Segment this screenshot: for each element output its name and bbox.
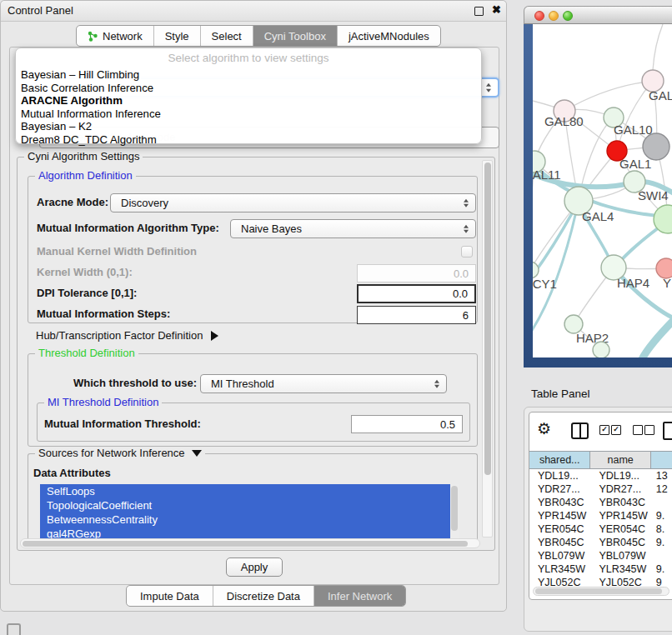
list-item[interactable]: TopologicalCoefficient — [40, 498, 459, 512]
table-row[interactable]: YBR043CYBR043C — [529, 496, 672, 509]
cyni-algorithm-settings-group: Cyni Algorithm Settings Algorithm Defini… — [17, 157, 495, 551]
table-settings-gear-icon[interactable]: ⚙ — [537, 419, 551, 438]
expander-arrow-icon — [211, 331, 218, 341]
settings-horizontal-scrollbar[interactable] — [20, 538, 480, 548]
dropdown-item[interactable]: Basic Correlation Inference — [19, 82, 478, 95]
group-title: MI Threshold Definition — [44, 396, 162, 409]
settings-vertical-scrollbar[interactable] — [482, 160, 493, 538]
cyni-bottom-tabbar: Impute Data Discretize Data Infer Networ… — [126, 585, 406, 607]
close-icon[interactable]: ✖ — [492, 3, 501, 16]
network-node-label: Y — [663, 276, 671, 290]
control-panel-titlebar: Control Panel ✖ — [1, 1, 506, 22]
dropdown-item[interactable]: Bayesian – Hill Climbing — [19, 68, 478, 82]
network-icon — [88, 31, 98, 42]
mi-steps-field[interactable] — [357, 306, 476, 324]
column-header-cut[interactable] — [651, 452, 672, 468]
table-row[interactable]: YDL19...YDL19...13 — [529, 469, 672, 482]
table-cell: YBR045C — [529, 536, 590, 549]
hub-factor-expander[interactable]: Hub/Transcription Factor Definition — [36, 329, 218, 342]
table-rows: YDL19...YDL19...13YDR27...YDR27...12YBR0… — [529, 469, 672, 587]
close-traffic-icon[interactable] — [534, 11, 544, 21]
network-node-label: GCY1 — [533, 277, 557, 291]
manual-kernel-width-checkbox[interactable] — [461, 246, 473, 258]
group-title: Cyni Algorithm Settings — [24, 150, 143, 163]
tab-label: Discretize Data — [227, 590, 300, 602]
table-row[interactable]: YBR045CYBR045C9. — [529, 536, 672, 549]
network-node[interactable] — [593, 342, 609, 358]
algorithm-dropdown-popup: Select algorithm to view settings Bayesi… — [15, 48, 482, 144]
which-threshold-combobox[interactable]: MI Threshold — [200, 374, 447, 393]
column-document-icon[interactable] — [663, 422, 672, 440]
group-title: Algorithm Definition — [35, 169, 136, 182]
tab-select[interactable]: Select — [200, 26, 253, 46]
table-row[interactable]: YPR145WYPR145W9. — [529, 509, 672, 522]
which-threshold-label: Which threshold to use: — [73, 374, 197, 392]
table-row[interactable]: YER054CYER054C8. — [529, 522, 672, 536]
network-node-label: GAL4 — [582, 209, 614, 223]
table-cell: 9. — [651, 562, 672, 576]
data-attributes-list[interactable]: SelfLoops TopologicalCoefficient Between… — [40, 484, 459, 542]
control-panel-title: Control Panel — [8, 1, 73, 21]
select-all-icon[interactable]: ✓ — [599, 425, 609, 435]
mi-threshold-field[interactable] — [351, 415, 463, 433]
tab-label: Select — [212, 30, 242, 42]
aracne-mode-combobox[interactable]: Discovery — [110, 193, 476, 212]
dropdown-item[interactable]: Bayesian – K2 — [19, 120, 478, 133]
split-columns-icon[interactable] — [571, 422, 589, 439]
table-row[interactable]: YLR345WYLR345W9. — [529, 562, 672, 576]
table-cell: 9. — [651, 509, 672, 522]
tab-style[interactable]: Style — [153, 26, 200, 46]
mi-algorithm-type-combobox[interactable]: Naive Bayes — [230, 219, 476, 238]
cut-corner-icon[interactable] — [7, 623, 21, 635]
table-row[interactable]: YBL079WYBL079W — [529, 549, 672, 562]
kernel-width-field[interactable] — [357, 264, 476, 282]
tab-jactivemnodules[interactable]: jActiveMNodules — [337, 26, 440, 46]
tab-impute-data[interactable]: Impute Data — [127, 586, 213, 606]
list-item[interactable]: BetweennessCentrality — [40, 512, 459, 527]
table-row[interactable]: YJL052CYJL052C9 — [529, 576, 672, 587]
table-cell: YDR27... — [529, 482, 590, 496]
tab-label: jActiveMNodules — [349, 30, 429, 42]
network-node[interactable] — [533, 262, 539, 278]
table-horizontal-scrollbar[interactable] — [533, 587, 669, 596]
network-node-label: GAL — [649, 88, 672, 102]
deselect-all-icon[interactable] — [633, 425, 643, 435]
dpi-tolerance-field[interactable] — [357, 284, 476, 303]
dropdown-item[interactable]: Dream8 DC_TDC Algorithm — [19, 133, 478, 147]
mi-threshold-label: Mutual Information Threshold: — [44, 415, 201, 433]
aracne-mode-label: Aracne Mode: — [37, 193, 108, 212]
list-scrollbar[interactable] — [450, 484, 459, 542]
zoom-traffic-icon[interactable] — [563, 11, 573, 21]
float-window-icon[interactable] — [474, 7, 484, 16]
mi-threshold-definition-group: MI Threshold Definition Mutual Informati… — [37, 402, 470, 442]
table-cell: YPR145W — [529, 509, 590, 522]
column-header-shared[interactable]: shared... — [529, 452, 590, 468]
apply-button[interactable]: Apply — [226, 558, 283, 577]
collapse-arrow-icon[interactable] — [192, 450, 202, 457]
table-row[interactable]: YDR27...YDR27...12 — [529, 482, 672, 496]
deselect-all-icon[interactable] — [644, 425, 654, 435]
dropdown-item-selected[interactable]: ARACNE Algorithm — [19, 94, 478, 108]
network-canvas[interactable]: GALGAL80GAL10GAL1GAL11SWI4GAL4GCY1HAP4YH… — [533, 24, 672, 358]
table-cell: YJL052C — [590, 576, 650, 587]
table-panel-title: Table Panel — [531, 388, 590, 400]
tab-discretize-data[interactable]: Discretize Data — [213, 586, 313, 606]
tab-cyni-toolbox[interactable]: Cyni Toolbox — [253, 26, 337, 46]
mi-type-value: Naive Bayes — [241, 222, 302, 235]
sources-group: Sources for Network Inference Data Attri… — [28, 453, 478, 541]
network-view-window: GALGAL80GAL10GAL1GAL11SWI4GAL4GCY1HAP4YH… — [524, 6, 672, 368]
column-header-name[interactable]: name — [590, 452, 650, 468]
minimize-traffic-icon[interactable] — [549, 11, 559, 21]
tab-infer-network[interactable]: Infer Network — [313, 586, 405, 606]
table-cell: YLR345W — [590, 562, 650, 576]
kernel-width-label: Kernel Width (0,1): — [37, 263, 133, 282]
network-node[interactable] — [643, 133, 669, 160]
list-item[interactable]: SelfLoops — [40, 484, 459, 498]
select-all-icon[interactable]: ✓ — [611, 425, 621, 435]
dropdown-item[interactable]: Mutual Information Inference — [19, 108, 478, 121]
dropdown-list: Bayesian – Hill Climbing Basic Correlati… — [19, 68, 478, 146]
tab-network[interactable]: Network — [77, 26, 153, 46]
group-title: Threshold Definition — [35, 347, 138, 360]
combo-arrows-icon — [486, 83, 491, 92]
table-card: ⚙ ✓ ✓ shared... name YDL19...YDL19...13Y… — [529, 412, 672, 600]
